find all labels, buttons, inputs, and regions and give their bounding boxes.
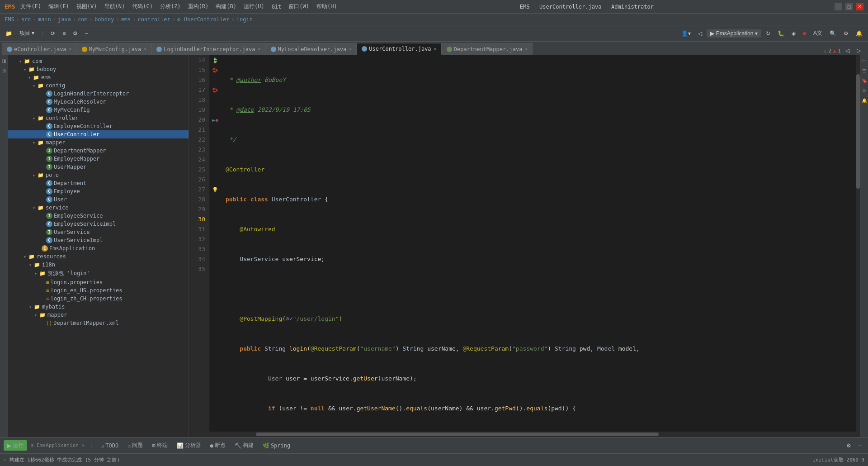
search-btn[interactable]: 🔍 bbox=[827, 29, 839, 38]
tree-item-controller[interactable]: ▾ 📁 controller bbox=[8, 114, 189, 122]
tab-mymvcconfig[interactable]: MyMvcConfig.java × bbox=[77, 43, 152, 55]
breadcrumb-bobooy[interactable]: bobooy bbox=[94, 16, 114, 23]
tree-item-config[interactable]: ▾ 📁 config bbox=[8, 81, 189, 90]
breadcrumb-usercontroller[interactable]: ⊙ UserController bbox=[177, 16, 230, 23]
breadcrumb-src[interactable]: src bbox=[21, 16, 31, 23]
tree-item-employeemapper[interactable]: ▸ I EmployeeMapper bbox=[8, 155, 189, 163]
tree-item-employee[interactable]: ▸ C Employee bbox=[8, 187, 189, 195]
breadcrumb-controller[interactable]: controller bbox=[138, 16, 170, 23]
menu-run[interactable]: 运行(U) bbox=[242, 3, 266, 10]
tree-item-userservice[interactable]: ▸ I UserService bbox=[8, 228, 189, 236]
breadcrumb-ems[interactable]: EMS bbox=[5, 16, 14, 23]
menu-build[interactable]: 构建(B) bbox=[214, 3, 238, 10]
tab-econtroller[interactable]: eController.java × bbox=[2, 43, 77, 55]
tab-close-usercontroller[interactable]: × bbox=[434, 47, 437, 52]
menu-window[interactable]: 窗口(W) bbox=[287, 3, 311, 10]
mini-scrollbar-thumb[interactable] bbox=[856, 74, 860, 189]
translate-btn[interactable]: A文 bbox=[811, 29, 825, 38]
tab-close-loginhandler[interactable]: × bbox=[258, 47, 261, 52]
tree-item-mapper2[interactable]: ▾ 📁 mapper bbox=[8, 311, 189, 319]
tree-item-usermapper[interactable]: ▸ I UserMapper bbox=[8, 163, 189, 171]
tree-item-mylocaleresolver[interactable]: ▸ C MyLocaleResolver bbox=[8, 98, 189, 106]
tree-item-bobooy[interactable]: ▾ 📁 bobooy bbox=[8, 65, 189, 73]
code-scroll-area[interactable]: 14 15 16 17 18 19 20 21 22 23 24 25 26 2… bbox=[189, 55, 860, 432]
left-icon-2[interactable]: ⊞ bbox=[0, 67, 8, 74]
tab-close-mymvcconfig[interactable]: × bbox=[144, 47, 146, 52]
tree-item-usercontroller[interactable]: ▸ C UserController bbox=[8, 130, 189, 138]
right-icon-2[interactable]: ☰ bbox=[861, 67, 868, 74]
settings2-btn[interactable]: ⚙ bbox=[841, 29, 851, 38]
tree-item-departmentmapper-xml[interactable]: ▸ ⟨⟩ DepartmentMapper.xml bbox=[8, 319, 189, 327]
tab-terminal[interactable]: ⊞ 终端 bbox=[148, 440, 171, 451]
tree-item-com[interactable]: ▾ 📁 com bbox=[8, 57, 189, 65]
project-label[interactable]: 项目 ▾ bbox=[17, 29, 37, 38]
tab-todo[interactable]: ☑ TODO bbox=[97, 441, 122, 450]
breadcrumb-main[interactable]: main bbox=[38, 16, 51, 23]
tree-item-loginbundle[interactable]: ▾ 📁 资源包 'login' bbox=[8, 269, 189, 278]
project-icon[interactable]: 📁 bbox=[3, 29, 15, 38]
tree-item-login-en[interactable]: ▸ ≡ login_en_US.properties bbox=[8, 286, 189, 295]
breadcrumb-java[interactable]: java bbox=[58, 16, 71, 23]
menu-nav[interactable]: 导航(N) bbox=[103, 3, 127, 10]
tree-item-i18n[interactable]: ▾ 📁 i18n bbox=[8, 261, 189, 269]
menu-git[interactable]: Git bbox=[270, 4, 283, 10]
tab-close-departmentmapper[interactable]: × bbox=[525, 47, 528, 52]
right-icon-1[interactable]: ⊢ bbox=[861, 57, 868, 64]
refresh-btn[interactable]: ↻ bbox=[763, 29, 773, 38]
tree-item-mapper[interactable]: ▾ 📁 mapper bbox=[8, 138, 189, 147]
notifications-btn[interactable]: 🔔 bbox=[853, 29, 865, 38]
menu-analyze[interactable]: 分析(Z) bbox=[158, 3, 183, 10]
tab-spring[interactable]: 🌿 Spring bbox=[259, 441, 294, 450]
left-icon-1[interactable]: ◨ bbox=[0, 57, 8, 64]
tree-item-mybatis[interactable]: ▾ 📁 mybatis bbox=[8, 303, 189, 311]
tab-mylocaleresolver[interactable]: MyLocaleResolver.java × bbox=[266, 43, 357, 55]
menu-file[interactable]: 文件(F) bbox=[19, 3, 43, 10]
tree-item-loginprops[interactable]: ▸ ≡ login.properties bbox=[8, 278, 189, 286]
breadcrumb-com[interactable]: com bbox=[78, 16, 88, 23]
horizontal-scrollbar[interactable] bbox=[189, 432, 860, 437]
minimize-button[interactable]: ─ bbox=[835, 3, 842, 10]
right-icon-3[interactable]: 🔖 bbox=[861, 77, 868, 84]
tree-item-service[interactable]: ▾ 📁 service bbox=[8, 204, 189, 212]
tab-usercontroller[interactable]: UserController.java × bbox=[357, 43, 441, 55]
tree-item-department[interactable]: ▸ C Department bbox=[8, 179, 189, 187]
debug-btn[interactable]: 🐛 bbox=[775, 29, 787, 38]
tab-problems[interactable]: ⚠ 问题 bbox=[124, 440, 146, 451]
code-editor[interactable]: 码 14 15 16 17 18 19 20 21 22 23 24 25 26… bbox=[189, 55, 860, 437]
tree-item-departmentmapper[interactable]: ▸ I DepartmentMapper bbox=[8, 147, 189, 155]
tab-departmentmapper[interactable]: DepartmentMapper.java × bbox=[442, 43, 533, 55]
profile-btn[interactable]: 👤▾ bbox=[679, 29, 693, 38]
coverage-btn[interactable]: ◈ bbox=[789, 29, 798, 38]
tree-item-emsapplication[interactable]: ▸ C EmsApplication bbox=[8, 244, 189, 252]
code-text[interactable]: * @author BoBooY * @date 2022/9/19 17:05… bbox=[221, 55, 860, 432]
tab-close-mylocaleresolver[interactable]: × bbox=[349, 47, 352, 52]
right-icon-5[interactable]: 🔔 bbox=[861, 97, 868, 104]
more-btn[interactable]: – bbox=[82, 29, 91, 38]
settings-btn[interactable]: ⚙ bbox=[70, 29, 80, 38]
collapse-bottom[interactable]: – bbox=[856, 442, 864, 450]
tree-item-loginhandlerinterceptor[interactable]: ▸ C LoginHandlerInterceptor bbox=[8, 90, 189, 98]
tree-item-employeecontroller[interactable]: ▸ C EmployeeController bbox=[8, 122, 189, 130]
tree-item-mymvcconfig[interactable]: ▸ C MyMvcConfig bbox=[8, 106, 189, 114]
menu-refactor[interactable]: 重构(R) bbox=[186, 3, 211, 10]
tree-item-resources[interactable]: ▾ 📁 resources bbox=[8, 252, 189, 261]
hscroll-thumb[interactable] bbox=[256, 433, 658, 436]
mini-scrollbar[interactable] bbox=[856, 55, 860, 437]
close-button[interactable]: ✕ bbox=[856, 3, 863, 10]
maximize-button[interactable]: □ bbox=[845, 3, 853, 10]
tree-item-employeeservice[interactable]: ▸ I EmployeeService bbox=[8, 212, 189, 220]
tree-item-ems[interactable]: ▾ 📁 ems bbox=[8, 73, 189, 81]
breadcrumb-login[interactable]: login bbox=[236, 16, 253, 23]
tab-profiler[interactable]: 📊 分析器 bbox=[173, 440, 205, 451]
breadcrumb-ems2[interactable]: ems bbox=[121, 16, 131, 23]
tab-build[interactable]: 🔨 构建 bbox=[231, 440, 257, 451]
sync-btn[interactable]: ⟳ bbox=[48, 29, 58, 38]
tree-item-pojo[interactable]: ▾ 📁 pojo bbox=[8, 171, 189, 179]
stop-btn[interactable]: ■ bbox=[800, 29, 809, 38]
tab-loginhandler[interactable]: LoginHandlerInterceptor.java × bbox=[151, 43, 265, 55]
menu-help[interactable]: 帮助(H) bbox=[315, 3, 339, 10]
run-config-btn[interactable]: ▶ EmsApplication ▾ bbox=[707, 29, 761, 38]
settings-bottom[interactable]: ⚙ bbox=[844, 442, 854, 450]
run-button[interactable]: ▶ 运行 bbox=[4, 440, 27, 451]
tree-item-user[interactable]: ▸ C User bbox=[8, 195, 189, 204]
